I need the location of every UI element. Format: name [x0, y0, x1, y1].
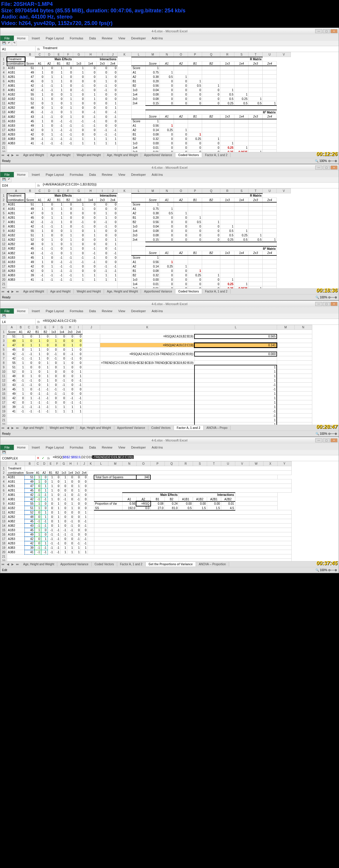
- fx-icon[interactable]: fx: [36, 184, 42, 187]
- ribbon-tab-file[interactable]: File: [0, 308, 14, 314]
- minimize-button[interactable]: —: [315, 438, 322, 442]
- tab-nav-next[interactable]: ▶: [10, 290, 15, 293]
- zoom-control[interactable]: 🔍 100%⊖──⊕: [315, 159, 337, 162]
- maximize-button[interactable]: ▢: [323, 165, 330, 169]
- tab-nav-first[interactable]: ⏮: [0, 563, 6, 566]
- tab-nav-last[interactable]: ⏭: [15, 153, 20, 157]
- ribbon-tab-view[interactable]: View: [115, 36, 128, 41]
- sheet-tab[interactable]: Apportioned Variance: [114, 426, 148, 430]
- sheet-tab[interactable]: Coded Vectors: [175, 153, 202, 157]
- sheet-tab[interactable]: Coded Vectors: [148, 426, 174, 430]
- formula-bar[interactable]: {=AVERAGE(IF(C3:C20=-1,B3:B20))}: [42, 183, 339, 188]
- ribbon-tab-review[interactable]: Review: [99, 36, 115, 41]
- close-button[interactable]: ×: [331, 438, 338, 442]
- ribbon-tab-add-ins[interactable]: Add-Ins: [149, 308, 166, 314]
- close-button[interactable]: ×: [331, 165, 338, 169]
- ribbon-tab-formulas[interactable]: Formulas: [67, 445, 86, 450]
- sheet-tab[interactable]: Age and Height: [47, 153, 74, 157]
- tab-nav-last[interactable]: ⏭: [15, 426, 20, 429]
- ribbon-tab-review[interactable]: Review: [99, 308, 115, 314]
- sheet-tab[interactable]: Apportioned Variance: [141, 153, 175, 157]
- formula-bar[interactable]: =RSQ(A2:A19,C2:C19): [42, 319, 339, 324]
- ribbon-tab-add-ins[interactable]: Add-Ins: [149, 445, 166, 450]
- ribbon-tab-view[interactable]: View: [115, 172, 128, 177]
- redo-icon[interactable]: ↷: [12, 41, 17, 46]
- name-box[interactable]: D24: [0, 183, 36, 188]
- sheet-tab[interactable]: Coded Vectors: [175, 289, 202, 293]
- zoom-control[interactable]: 🔍 100% ⊖──⊕: [315, 568, 337, 572]
- ribbon-tab-file[interactable]: File: [0, 36, 14, 41]
- sheet-tab[interactable]: Coded Vectors: [92, 562, 117, 566]
- ribbon-tab-formulas[interactable]: Formulas: [67, 172, 86, 177]
- name-box[interactable]: L4: [0, 319, 36, 324]
- save-icon[interactable]: 💾: [1, 450, 6, 455]
- cancel-icon[interactable]: ✕: [36, 456, 40, 460]
- minimize-button[interactable]: —: [315, 302, 322, 306]
- maximize-button[interactable]: ▢: [323, 302, 330, 306]
- sheet-tab[interactable]: Age and Height: [47, 289, 74, 293]
- ribbon-tab-review[interactable]: Review: [99, 445, 115, 450]
- sheet-tab[interactable]: Factor A, 1 and 2: [174, 426, 204, 430]
- worksheet-grid[interactable]: ABCDEFGHIJKLMNOPQRSTUV1TreatmentMain Eff…: [0, 188, 291, 288]
- fx-icon[interactable]: fx: [36, 47, 42, 51]
- ribbon-tab-developer[interactable]: Developer: [128, 172, 149, 177]
- sheet-tab[interactable]: Weight and Height: [74, 289, 104, 293]
- ribbon-tab-add-ins[interactable]: Add-Ins: [149, 36, 166, 41]
- worksheet-grid[interactable]: ABCDEFGHIJKLMNOPQRSTUV1TreatmentMain Eff…: [0, 52, 291, 152]
- close-button[interactable]: ×: [331, 29, 338, 33]
- undo-icon[interactable]: ↶: [7, 178, 11, 182]
- sheet-tab[interactable]: Age, Height and Weight: [104, 289, 141, 293]
- ribbon-tab-developer[interactable]: Developer: [128, 36, 149, 41]
- sheet-tab[interactable]: Age, Height and Weight: [20, 562, 57, 566]
- ribbon-tab-data[interactable]: Data: [86, 172, 99, 177]
- ribbon-tab-formulas[interactable]: Formulas: [67, 308, 86, 314]
- ribbon-tab-insert[interactable]: Insert: [29, 445, 43, 450]
- ribbon-tab-data[interactable]: Data: [86, 308, 99, 314]
- sheet-tab[interactable]: Factor A, 1 and 2: [202, 153, 231, 157]
- ribbon-tab-review[interactable]: Review: [99, 172, 115, 177]
- tab-nav-prev[interactable]: ◀: [6, 290, 10, 293]
- ribbon-tab-insert[interactable]: Insert: [29, 172, 43, 177]
- sheet-tab[interactable]: Factor A, 1 and 2: [202, 289, 231, 293]
- sheet-tab[interactable]: Apportioned Variance: [141, 289, 175, 293]
- accept-icon[interactable]: ✓: [40, 456, 45, 460]
- ribbon-tab-file[interactable]: File: [0, 172, 14, 177]
- ribbon-tab-view[interactable]: View: [115, 308, 128, 314]
- sheet-tab[interactable]: Apportioned Variance: [57, 562, 91, 566]
- name-box[interactable]: A1: [0, 46, 36, 52]
- save-icon[interactable]: 💾: [1, 41, 6, 46]
- tab-nav-prev[interactable]: ◀: [6, 153, 10, 157]
- worksheet-grid[interactable]: ABCDEFGHIJKLMN1ScoreA1A2B1B21x31x42x32x4…: [0, 325, 312, 425]
- sheet-tab[interactable]: Weight and Height: [47, 426, 77, 430]
- sheet-tab[interactable]: Age, Height and Weight: [77, 426, 114, 430]
- zoom-control[interactable]: 🔍 100% ⊖──⊕: [315, 432, 337, 435]
- ribbon-tab-view[interactable]: View: [115, 445, 128, 450]
- minimize-button[interactable]: —: [315, 29, 322, 33]
- ribbon-tab-developer[interactable]: Developer: [128, 445, 149, 450]
- ribbon-tab-developer[interactable]: Developer: [128, 308, 149, 314]
- worksheet-grid[interactable]: ABCDEFGHIJKLMNOPQRSTUVWXY1Treatment2comb…: [0, 461, 292, 561]
- maximize-button[interactable]: ▢: [323, 438, 330, 442]
- undo-icon[interactable]: ↶: [7, 41, 11, 46]
- tab-nav-next[interactable]: ▶: [10, 563, 15, 566]
- sheet-tab[interactable]: ANOVA -- Proportion: [196, 562, 229, 566]
- fx-icon[interactable]: fx: [45, 457, 52, 460]
- sheet-tab[interactable]: Age and Height: [20, 426, 47, 430]
- sheet-tab[interactable]: Age and Weight: [20, 153, 47, 157]
- save-icon[interactable]: 💾: [1, 314, 6, 319]
- tab-nav-last[interactable]: ⏭: [15, 290, 20, 293]
- ribbon-tab-home[interactable]: Home: [14, 308, 29, 314]
- ribbon-tab-page-layout[interactable]: Page Layout: [43, 308, 67, 314]
- ribbon-tab-data[interactable]: Data: [86, 36, 99, 41]
- ribbon-tab-page-layout[interactable]: Page Layout: [43, 172, 67, 177]
- sheet-tab[interactable]: Age and Weight: [20, 289, 47, 293]
- formula-bar[interactable]: =RSQ($B$2:$B$19,D2:D19-TREND(D2:D19,$C2:…: [52, 455, 339, 461]
- maximize-button[interactable]: ▢: [323, 29, 330, 33]
- ribbon-tab-file[interactable]: File: [0, 445, 14, 450]
- fx-icon[interactable]: fx: [36, 320, 42, 323]
- sheet-tab[interactable]: ANOVA – Propo: [204, 426, 231, 430]
- tab-nav-next[interactable]: ▶: [10, 153, 15, 157]
- tab-nav-prev[interactable]: ◀: [6, 426, 10, 429]
- sheet-tab[interactable]: Get the Proportions of Variance: [146, 562, 196, 566]
- save-icon[interactable]: 💾: [1, 178, 6, 182]
